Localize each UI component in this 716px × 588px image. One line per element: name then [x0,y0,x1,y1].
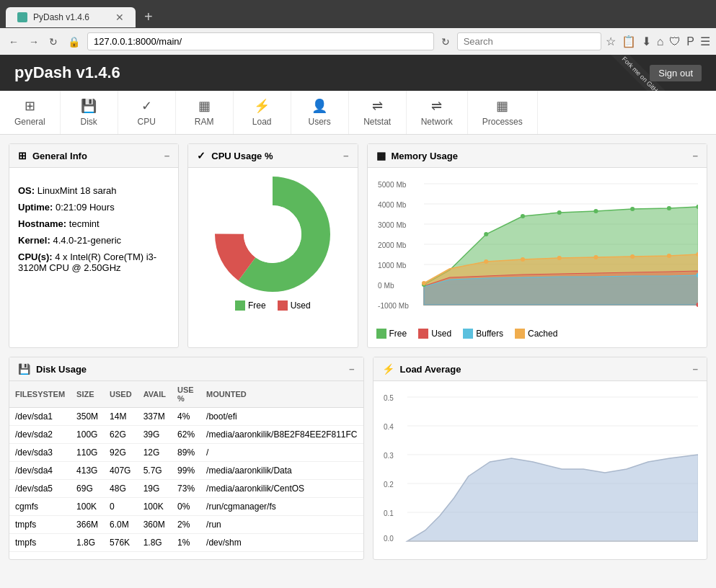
table-cell: 99% [172,462,200,480]
disk-usage-minimize[interactable]: − [349,364,355,375]
nav-item-disk[interactable]: 💾 Disk [61,91,118,134]
browser-chrome: PyDash v1.4.6 ✕ + [0,0,716,28]
table-row: /dev/sda4413G407G5.7G99%/media/aaronkili… [9,462,363,480]
svg-text:5000 Mb: 5000 Mb [378,181,407,189]
nav-item-netstat[interactable]: ⇌ Netstat [349,91,407,134]
cpu-nav-icon: ✓ [141,98,152,114]
nav-bar: ⊞ General 💾 Disk ✓ CPU ▦ RAM ⚡ Load 👤 Us… [0,91,716,135]
bookmark-icon[interactable]: ☆ [606,35,616,48]
sign-out-button[interactable]: Sign out [650,65,702,81]
home-button[interactable]: 🔒 [65,35,83,49]
forward-button[interactable]: → [26,35,42,49]
ram-nav-icon: ▦ [198,98,211,114]
url-bar[interactable] [87,32,434,50]
table-cell: 100K [71,498,104,516]
kernel-label: Kernel: [18,235,53,246]
back-button[interactable]: ← [6,35,22,49]
info-row-uptime: Uptime: 0:21:09 Hours [18,199,169,215]
general-info-header: ⊞ General Info − [9,144,178,168]
table-cell: 413G [71,462,104,480]
svg-point-27 [666,206,671,210]
col-mounted: MOUNTED [200,381,363,408]
pinterest-icon[interactable]: P [686,35,694,48]
svg-text:0.2: 0.2 [383,481,393,489]
table-row: tmpfs1.8G576K1.8G1%/dev/shm [9,534,363,552]
disk-table-body: /dev/sda1350M14M337M4%/boot/efi/dev/sda2… [9,408,363,552]
mem-legend-used-label: Used [431,329,451,339]
nav-label-network: Network [421,117,453,127]
svg-marker-51 [407,455,698,541]
legend-free: Free [235,300,266,311]
disk-usage-body: FILESYSTEM SIZE USED AVAIL USE % MOUNTED… [9,381,363,552]
tab-title: PyDash v1.4.6 [33,12,89,22]
col-size: SIZE [71,381,104,408]
shield-icon[interactable]: 🛡 [669,35,681,48]
new-tab-button[interactable]: + [138,6,159,28]
legend-used-label: Used [291,300,311,311]
disk-usage-icon: 💾 [18,363,30,375]
nav-item-general[interactable]: ⊞ General [0,91,61,134]
table-cell: 89% [172,444,200,462]
memory-chart: 5000 Mb 4000 Mb 3000 Mb 2000 Mb 1000 Mb … [376,177,699,321]
svg-text:0.3: 0.3 [383,452,393,460]
nav-item-load[interactable]: ⚡ Load [234,91,291,134]
table-cell: 0% [172,498,200,516]
table-row: /dev/sda1350M14M337M4%/boot/efi [9,408,363,426]
general-info-widget: ⊞ General Info − OS: LinuxMint 18 sarah … [9,143,179,348]
general-info-minimize[interactable]: − [164,151,170,161]
cpu-usage-minimize[interactable]: − [343,151,349,161]
svg-text:1000 Mb: 1000 Mb [378,262,407,270]
svg-text:4000 Mb: 4000 Mb [378,201,407,209]
col-use-pct: USE % [172,381,200,408]
table-row: cgmfs100K0100K0%/run/cgmanager/fs [9,498,363,516]
table-cell: tmpfs [9,516,71,534]
menu-icon[interactable]: ☰ [700,35,710,48]
memory-usage-icon: ▦ [376,150,386,161]
general-info-icon: ⊞ [18,150,27,161]
table-cell: cgmfs [9,498,71,516]
cpu-legend: Free Used [235,300,311,311]
kernel-value: 4.4.0-21-generic [53,235,121,246]
svg-marker-20 [423,275,698,305]
reader-icon[interactable]: 📋 [622,35,636,48]
col-avail: AVAIL [138,381,172,408]
nav-label-netstat: Netstat [363,117,391,127]
nav-item-processes[interactable]: ▦ Processes [468,91,538,134]
nav-item-ram[interactable]: ▦ RAM [176,91,234,134]
browser-search-input[interactable] [457,32,601,50]
browser-tab[interactable]: PyDash v1.4.6 ✕ [6,7,136,27]
svg-point-23 [520,214,524,218]
table-cell: /run/cgmanager/fs [200,498,363,516]
load-average-title: Load Average [400,364,461,375]
table-cell: 92G [104,444,138,462]
home-nav-icon[interactable]: ⌂ [657,35,664,48]
download-icon[interactable]: ⬇ [642,35,651,48]
svg-point-30 [484,259,488,264]
reload-button[interactable]: ↻ [46,35,61,49]
table-cell: 1.8G [138,534,172,552]
table-cell: 39G [138,426,172,444]
table-cell: 48G [104,480,138,498]
load-chart: 0.5 0.4 0.3 0.2 0.1 0.0 [382,390,699,548]
cpu-donut-container: Free Used [188,168,357,319]
table-cell: 337M [138,408,172,426]
table-cell: /boot/efi [200,408,363,426]
memory-usage-minimize[interactable]: − [692,151,698,161]
memory-usage-header: ▦ Memory Usage − [368,144,707,168]
disk-nav-icon: 💾 [81,98,97,114]
cpu-usage-widget: ✓ CPU Usage % − Free [187,143,358,348]
svg-text:0.4: 0.4 [383,423,393,431]
main-content: ⊞ General Info − OS: LinuxMint 18 sarah … [0,135,716,569]
refresh-button[interactable]: ↻ [438,35,453,49]
load-average-minimize[interactable]: − [692,364,698,375]
table-row: tmpfs366M6.0M360M2%/run [9,516,363,534]
disk-usage-header: 💾 Disk Usage − [9,357,363,381]
svg-point-29 [421,281,425,285]
nav-item-users[interactable]: 👤 Users [291,91,349,134]
nav-item-cpu[interactable]: ✓ CPU [118,91,176,134]
hostname-value: tecmint [69,218,100,229]
table-cell: 5.7G [138,462,172,480]
nav-item-network[interactable]: ⇌ Network [407,91,468,134]
table-cell: 360M [138,516,172,534]
tab-close-button[interactable]: ✕ [115,12,124,23]
